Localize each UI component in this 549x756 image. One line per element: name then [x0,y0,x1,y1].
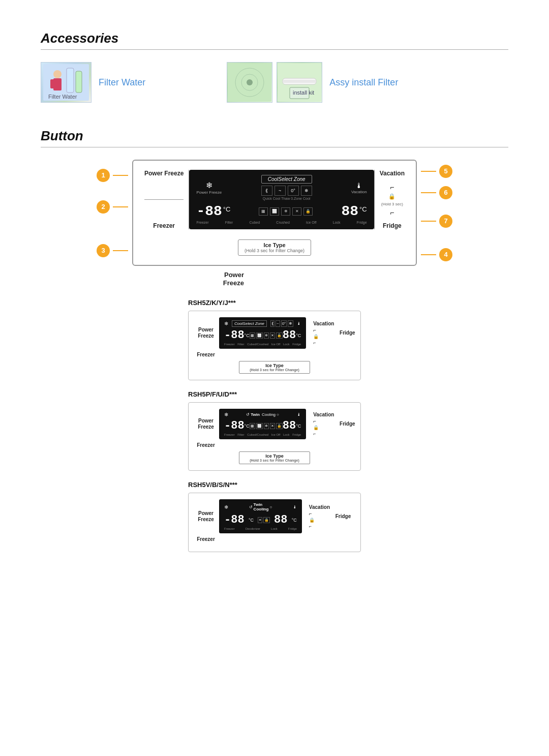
callout-4: 4 [439,248,452,261]
rsh5z-coolicons: ⟪ ~ 0° ❄ [270,320,293,327]
rsh5p-fridge-temp: 88 [283,419,296,432]
label-cubed: Cubed [250,221,260,224]
rsh5v-sublabels: FreezerDeodorizerLockFridge [224,527,297,530]
callout-3: 3 [97,244,110,257]
snowflake-icon: ❄ [196,180,222,190]
freezer-temp: -88 [196,203,222,219]
accessory-filter-water: Filter Water Filter Water [41,62,145,103]
callout-2: 2 [97,200,110,214]
rsh5p-sublabels: FreezerFilterCubed/CrushedIce OffLockFri… [224,433,301,436]
callout-5: 5 [439,165,452,178]
rsh5z-power-freeze: PowerFreeze [197,327,215,339]
rsh5p-vacation: Vacation [313,412,334,417]
ice-type-label: Ice Type [245,242,304,248]
callout-3-row: 3 [97,244,128,257]
rsh5v-vacation: Vacation [309,504,330,510]
label-lock: Lock [333,221,341,224]
ice-type-area: Ice Type (Hold 3 sec for Filter Change) [144,236,405,256]
rsh5z-display-top: ❄ CoolSelect Zone ⟪ ~ 0° ❄ 🌡 [224,320,301,327]
rsh5p-freezer-temp: -88 [224,419,245,432]
rsh5z-lock: 🔒 [313,334,319,339]
callout-2-line [113,206,128,207]
label-crushed: Crushed [276,221,289,224]
coolselect-sublabels: Quick Cool Thaw 0.Zone Cool [261,197,312,200]
down-bracket: ⌐ [390,208,394,217]
rsh5p-temp-row: -88 °C ▦ ⬜ ❄ ✕ 🔒 88 °C [224,419,301,432]
sub-diagram-rsh5v: RSH5V/B/S/N*** PowerFreeze ❄ ↺ TwinCooli… [188,481,361,562]
button-title: Button [41,128,508,144]
callout-6: 6 [439,186,452,199]
display-sublabels: Freezer Filter Cubed Crushed Ice Off Loc… [196,221,367,224]
thaw-icon: ~ [274,186,286,196]
rsh5v-right: Vacation ⌐ 🔒 ⌐ [309,504,330,529]
filter-water-img-inner: Filter Water [43,64,89,101]
svg-rect-2 [53,78,62,90]
svg-rect-5 [76,71,82,93]
temp-row: -88 °C ▦ ⬜ ❄ ✕ 🔒 88 [196,203,367,219]
accessories-row: Filter Water Filter Water [41,62,508,103]
rsh5p-bottom-row: Freezer [197,442,352,448]
rsh5v-display: ❄ ↺ TwinCooling ○ 🌡 -88 °C [219,499,302,533]
cubed-icon: ⬜ [270,207,279,216]
callout-4-row: 4 [421,248,452,261]
rsh5p-fridge-right: Fridge [338,421,356,427]
lock-icon-main: 🔒 [388,193,395,200]
assy-filter-image2: install kit [277,62,322,103]
fridge-temp-display: 88 °C [341,203,367,219]
rsh5z-vacation: Vacation [313,321,334,326]
label-fridge: Fridge [357,221,367,224]
rsh5p-snowflake: ❄ [224,412,228,417]
rsh5p-display: ❄ ↺ Twin Cooling ○ 🌡 -88 [219,409,306,439]
assy-hose-svg [228,63,271,102]
panel-top-section: Power Freeze Freezer ❄ Power Freeze [144,170,405,229]
rsh5p-twin-cooling: ↺ Twin Cooling ○ [246,412,279,417]
crushed-icon: ❄ [281,207,290,216]
rsh5z-fridge-right: Fridge [338,330,356,336]
coolselect-zone-label: CoolSelect Zone [261,175,312,184]
rsh5p-display-top: ❄ ↺ Twin Cooling ○ 🌡 [224,412,301,417]
power-freeze-label: Power Freeze [144,170,184,177]
ice-off-icon: ✕ [292,207,301,216]
rsh5z-lock-bracket: ⌐ [313,327,316,333]
rsh5p-right: Vacation ⌐ 🔒 ⌐ [313,412,334,436]
assy-bag-svg: install kit [278,63,321,102]
callout-7-line [421,221,436,222]
rsh5p-power-freeze: PowerFreeze [197,418,215,430]
rsh5z-ice-label: Ice Type [243,363,306,368]
lock-symbol: ⌐ [390,183,394,191]
coolselect-icons: ⟪ ~ 0° ❄ [261,186,312,196]
coolselect-zone-area: CoolSelect Zone ⟪ ~ 0° ❄ Quick Cool Thaw… [261,175,312,200]
cool-icon: ❄ [301,186,312,196]
rsh5p-label: RSH5P/F/U/D*** [188,390,361,398]
filter-water-label: Filter Water [99,77,145,88]
rsh5v-fridge-temp: 88 [274,513,287,526]
rsh5p-panel: PowerFreeze ❄ ↺ Twin Cooling ○ 🌡 [188,402,361,471]
rsh5z-vacation-icon: 🌡 [297,321,301,326]
label-ice-off: Ice Off [306,221,317,224]
vacation-right-label: Vacation [380,170,405,177]
rsh5p-vacation-icon: 🌡 [297,412,301,417]
svg-rect-13 [283,80,316,83]
callout-4-line [421,254,436,255]
assy-filter-image1 [227,62,272,103]
display-top-row: ❄ Power Freeze CoolSelect Zone ⟪ ~ 0° ❄ [196,175,367,200]
inner-divider [144,199,184,200]
sub-diagram-rsh5p: RSH5P/F/U/D*** PowerFreeze ❄ ↺ Twin Cool… [188,390,361,481]
power-freeze-display-label: Power Freeze [196,190,222,195]
rsh5z-label: RSH5Z/K/Y/J*** [188,299,361,307]
callout-1-line [113,175,128,176]
rsh5v-top-row: PowerFreeze ❄ ↺ TwinCooling ○ 🌡 [197,499,352,533]
callout-6-row: 6 [421,186,452,199]
filter-water-image: Filter Water [41,62,92,103]
svg-point-10 [247,79,253,85]
rsh5z-mid-icons: ▦ ⬜ ❄ ✕ 🔒 [250,332,283,339]
callout-7: 7 [439,215,452,228]
lock-area: ⌐ 🔒 (Hold 3 sec) ⌐ [380,183,405,217]
callout-5-row: 5 [421,165,452,178]
sub-diagram-rsh5z-wrapper: RSH5Z/K/Y/J*** PowerFreeze ❄ CoolSelect … [41,299,508,390]
callout-5-line [421,171,436,172]
rsh5v-vacation-icon: 🌡 [293,505,297,509]
fridge-right-label: Fridge [380,222,405,229]
rsh5z-sublabels: FreezerFilterCubed/CrushedIce OffLockFri… [224,343,301,346]
button-divider [41,147,508,147]
